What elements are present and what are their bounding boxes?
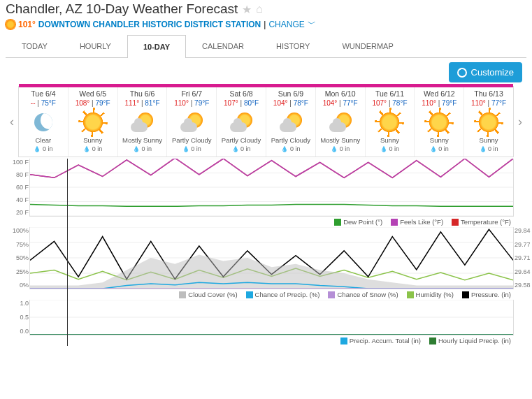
day-temps: 104° | 77°F — [317, 99, 364, 107]
sun-icon — [478, 112, 499, 133]
legend-item[interactable]: Hourly Liquid Precip. (in) — [429, 337, 511, 344]
legend-label: Dew Point (°) — [343, 218, 382, 226]
legend-swatch — [391, 219, 398, 226]
chart-stack: 100 F80 F60 F40 F20 FDew Point (°)Feels … — [29, 159, 514, 346]
day-temps: -- | 75°F — [20, 99, 66, 107]
threat-ribbon — [19, 84, 513, 87]
tab-history[interactable]: HISTORY — [260, 34, 326, 57]
chart-2[interactable]: 1.00.50.0 — [29, 300, 514, 335]
customize-button[interactable]: Customize — [449, 62, 522, 82]
day-precip: 💧 0 in — [416, 145, 462, 152]
drop-icon: 💧 — [34, 146, 41, 152]
day-temps: 110° | 77°F — [466, 99, 512, 107]
tab-today[interactable]: TODAY — [6, 34, 64, 57]
day-date: Wed 6/12 — [416, 89, 462, 98]
chart-legend: Cloud Cover (%)Chance of Precip. (%)Chan… — [29, 289, 514, 300]
day-date: Tue 6/11 — [367, 89, 413, 98]
day-card[interactable]: Mon 6/10104° | 77°FMostly Sunny💧 0 in — [316, 87, 366, 157]
legend-swatch — [407, 291, 414, 298]
day-date: Wed 6/5 — [70, 89, 116, 98]
day-date: Sat 6/8 — [218, 89, 264, 98]
day-precip: 💧 0 in — [367, 145, 413, 152]
day-condition: Mostly Sunny — [317, 136, 364, 144]
day-card[interactable]: Sat 6/8107° | 80°FPartly Cloudy💧 0 in — [217, 87, 266, 157]
drop-icon: 💧 — [83, 146, 90, 152]
day-temps: 107° | 78°F — [367, 99, 413, 107]
day-card[interactable]: Tue 6/4-- | 75°FClear💧 0 in — [19, 87, 69, 157]
day-card[interactable]: Thu 6/13110° | 77°FSunny💧 0 in — [464, 87, 513, 157]
legend-label: Feels Like (°F) — [400, 218, 443, 226]
chevron-down-icon[interactable]: ﹀ — [308, 18, 316, 30]
tab-wundermap[interactable]: WUNDERMAP — [326, 34, 409, 57]
tab-calendar[interactable]: CALENDAR — [186, 34, 260, 57]
legend-item[interactable]: Pressure. (in) — [462, 291, 511, 298]
legend-swatch — [452, 219, 459, 226]
day-card[interactable]: Sun 6/9104° | 78°FPartly Cloudy💧 0 in — [266, 87, 316, 157]
day-temps: 104° | 78°F — [268, 99, 314, 107]
y-axis-right: 29.8429.7729.7129.6429.58 — [515, 227, 532, 289]
legend-swatch — [334, 219, 341, 226]
legend-swatch — [246, 291, 253, 298]
chart-legend: Precip. Accum. Total (in)Hourly Liquid P… — [29, 335, 514, 346]
tab-10-day[interactable]: 10-DAY — [127, 35, 186, 58]
legend-label: Chance of Snow (%) — [337, 291, 398, 298]
chart-0[interactable]: 100 F80 F60 F40 F20 F — [29, 159, 514, 217]
day-precip: 💧 0 in — [218, 145, 264, 152]
legend-item[interactable]: Temperature (°F) — [452, 218, 511, 226]
y-axis: 1.00.50.0 — [9, 300, 29, 335]
legend-swatch — [429, 338, 436, 344]
legend-label: Precip. Accum. Total (in) — [350, 337, 421, 344]
day-date: Tue 6/4 — [20, 89, 66, 98]
legend-item[interactable]: Humidity (%) — [407, 291, 454, 298]
main-content: Customize ‹ Tue 6/4-- | 75°FClear💧 0 inW… — [0, 61, 532, 346]
home-icon[interactable]: ⌂ — [256, 3, 263, 15]
day-card[interactable]: Wed 6/5108° | 79°FSunny💧 0 in — [69, 87, 118, 157]
change-station-link[interactable]: CHANGE — [268, 20, 304, 29]
chart-1[interactable]: 100%75%50%25%0%29.8429.7729.7129.6429.58 — [29, 227, 514, 289]
day-condition: Mostly Sunny — [120, 136, 166, 144]
tab-hourly[interactable]: HOURLY — [64, 34, 127, 57]
next-arrow-icon[interactable]: › — [514, 115, 526, 129]
legend-swatch — [179, 291, 186, 298]
y-axis: 100 F80 F60 F40 F20 F — [9, 159, 29, 216]
legend-swatch — [462, 291, 469, 298]
partly-cloudy-icon — [180, 113, 203, 132]
day-condition: Partly Cloudy — [268, 136, 314, 144]
partly-cloudy-icon — [131, 113, 153, 132]
favorite-star-icon[interactable]: ★ — [242, 3, 252, 16]
legend-item[interactable]: Chance of Precip. (%) — [246, 291, 320, 298]
sun-icon — [6, 20, 15, 29]
legend-label: Chance of Precip. (%) — [255, 291, 320, 298]
sun-icon — [82, 112, 103, 133]
forecast-carousel: ‹ Tue 6/4-- | 75°FClear💧 0 inWed 6/5108°… — [6, 86, 526, 157]
day-card[interactable]: Wed 6/12110° | 79°FSunny💧 0 in — [415, 87, 464, 157]
drop-icon: 💧 — [182, 146, 189, 152]
legend-label: Temperature (°F) — [461, 218, 511, 226]
drop-icon: 💧 — [380, 146, 387, 152]
legend-item[interactable]: Chance of Snow (%) — [328, 291, 398, 298]
current-time-line — [67, 159, 68, 346]
station-link[interactable]: DOWNTOWN CHANDLER HISTORIC DISTRICT STAT… — [38, 20, 261, 29]
day-condition: Partly Cloudy — [218, 136, 264, 144]
legend-item[interactable]: Feels Like (°F) — [391, 218, 443, 226]
moon-icon — [34, 113, 52, 131]
day-card[interactable]: Tue 6/11107° | 78°FSunny💧 0 in — [366, 87, 415, 157]
drop-icon: 💧 — [133, 146, 140, 152]
day-card[interactable]: Fri 6/7110° | 79°FPartly Cloudy💧 0 in — [167, 87, 217, 157]
day-precip: 💧 0 in — [466, 145, 512, 152]
legend-item[interactable]: Dew Point (°) — [334, 218, 382, 226]
legend-label: Humidity (%) — [416, 291, 454, 298]
drop-icon: 💧 — [430, 146, 437, 152]
page-header: Chandler, AZ 10-Day Weather Forecast ★ ⌂… — [0, 0, 532, 61]
legend-item[interactable]: Cloud Cover (%) — [179, 291, 237, 298]
prev-arrow-icon[interactable]: ‹ — [6, 115, 18, 129]
day-precip: 💧 0 in — [168, 145, 215, 152]
day-condition: Clear — [20, 136, 66, 144]
day-date: Sun 6/9 — [268, 89, 314, 98]
legend-item[interactable]: Precip. Accum. Total (in) — [340, 337, 421, 344]
legend-swatch — [328, 291, 335, 298]
day-date: Fri 6/7 — [168, 89, 215, 98]
day-card[interactable]: Thu 6/6111° | 81°FMostly Sunny💧 0 in — [118, 87, 168, 157]
day-precip: 💧 0 in — [70, 145, 116, 152]
chart-legend: Dew Point (°)Feels Like (°F)Temperature … — [29, 217, 514, 227]
